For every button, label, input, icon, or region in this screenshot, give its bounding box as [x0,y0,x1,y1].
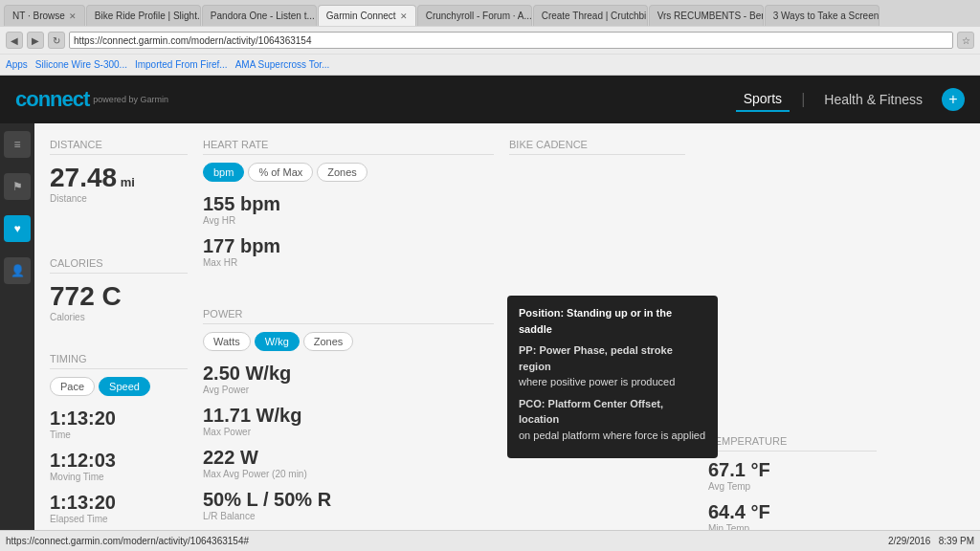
bookmark-1[interactable]: Silicone Wire S-300... [35,59,127,70]
tab-1[interactable]: NT · Browse✕ [4,5,85,26]
hr-pct-btn[interactable]: % of Max [248,163,313,182]
power-zones-btn[interactable]: Zones [303,332,354,351]
power-watts-btn[interactable]: Watts [203,332,251,351]
power-avg-label: Avg Power [203,385,494,395]
elapsed-time-label: Elapsed Time [50,514,188,524]
moving-time-label: Moving Time [50,472,188,482]
tooltip-pco: PCO: Platform Center Offset, location on… [519,396,706,444]
min-temp-value: 64.4 °F [708,501,877,523]
hr-max-label: Max HR [203,257,494,268]
timing-btn-group: Pace Speed [50,377,188,396]
calories-section: Calories 772 C Calories [50,257,203,338]
status-time: 2/29/2016 8:39 PM [888,536,974,546]
hr-label: Heart Rate [203,139,494,155]
power-max-avg-value: 222 W [203,447,494,469]
time-row: 1:13:20 Time [50,408,188,440]
elapsed-time-row: 1:13:20 Elapsed Time [50,492,188,524]
nav-sports[interactable]: Sports [736,87,790,112]
heart-rate-section: Heart Rate bpm % of Max Zones 155 bpm Av… [203,139,509,293]
tooltip-pp: PP: Power Phase, pedal stroke region whe… [519,342,706,390]
power-max-row: 11.71 W/kg Max Power [203,405,494,437]
nav-divider: | [801,91,805,108]
timing-speed-btn[interactable]: Speed [99,377,150,396]
logo-subtitle: powered by Garmin [93,95,168,104]
time-label: Time [50,430,188,440]
tab-7[interactable]: Vrs RECUMBENTS - BentRid...✕ [649,5,764,26]
forward-button[interactable]: ▶ [27,32,44,49]
avg-temp-value: 67.1 °F [708,459,877,481]
timing-pace-btn[interactable]: Pace [50,377,95,396]
tab-6[interactable]: Create Thread | Crutchbi...✕ [533,5,648,26]
bookmark-3[interactable]: AMA Supercross Tor... [235,59,330,70]
middle-column: Heart Rate bpm % of Max Zones 155 bpm Av… [203,139,509,551]
distance-label: Distance [50,139,188,155]
hr-btn-group: bpm % of Max Zones [203,163,494,182]
add-button[interactable]: + [942,88,965,111]
timing-label: Timing [50,353,188,369]
main-layout: ≡ ⚑ ♥ 👤 Distance 27.48 mi Distance Calor… [0,123,980,551]
power-btn-group: Watts W/kg Zones [203,332,494,351]
calories-label: Calories [50,257,188,274]
power-balance-label: L/R Balance [203,511,494,521]
tab-8[interactable]: 3 Ways to Take a Screen...✕ [765,5,880,26]
nav-health[interactable]: Health & Fitness [816,88,930,111]
hr-avg-label: Avg HR [203,215,494,226]
header-right: Sports | Health & Fitness + [736,87,965,112]
address-bar-row: ◀ ▶ ↻ https://connect.garmin.com/modern/… [0,27,980,54]
power-max-label: Max Power [203,427,494,437]
tab-3[interactable]: Pandora One - Listen t...✕ [202,5,317,26]
calories-sublabel: Calories [50,312,188,322]
moving-time-value: 1:12:03 [50,450,188,472]
left-column: Distance 27.48 mi Distance Calories 772 … [50,139,203,551]
hr-max-row: 177 bpm Max HR [203,235,494,268]
avg-temp-row: 67.1 °F Avg Temp [708,459,877,492]
sidebar-menu-icon[interactable]: ≡ [4,131,31,158]
distance-unit: mi [117,175,135,189]
power-avg-value: 2.50 W/kg [203,363,494,385]
tab-5[interactable]: Crunchyroll - Forum · A...✕ [417,5,532,26]
sidebar-user-icon[interactable]: 👤 [4,257,31,284]
min-temp-row: 64.4 °F Min Temp [708,501,877,534]
address-input[interactable]: https://connect.garmin.com/modern/activi… [69,32,953,49]
hr-bpm-btn[interactable]: bpm [203,163,244,182]
bike-cadence-section: Bike Cadence [509,139,701,207]
app-logo: connect [15,87,89,112]
power-max-avg-row: 222 W Max Avg Power (20 min) [203,447,494,479]
power-wkg-btn[interactable]: W/kg [255,332,300,351]
distance-sublabel: Distance [50,193,188,204]
bookmark-2[interactable]: Imported From Firef... [135,59,228,70]
hr-avg-row: 155 bpm Avg HR [203,193,494,226]
status-url: https://connect.garmin.com/modern/activi… [6,536,249,546]
calories-value: 772 C [50,281,188,312]
bookmark-apps[interactable]: Apps [6,59,28,70]
hr-zones-btn[interactable]: Zones [317,163,368,182]
pco-tooltip: Position: Standing up or in the saddle P… [507,296,718,458]
distance-value: 27.48 mi [50,163,188,193]
bike-cadence-label: Bike Cadence [509,139,685,155]
refresh-button[interactable]: ↻ [48,32,65,49]
distance-section: Distance 27.48 mi Distance [50,139,203,219]
avg-temp-label: Avg Temp [708,481,877,492]
moving-time-row: 1:12:03 Moving Time [50,450,188,482]
temperature-label: Temperature [708,435,877,452]
tab-4[interactable]: Garmin Connect✕ [318,5,416,26]
bookmarks-bar: Apps Silicone Wire S-300... Imported Fro… [0,54,980,75]
bookmark-button[interactable]: ☆ [957,32,974,49]
timing-section: Timing Pace Speed 1:13:20 Time 1:12:03 M… [50,353,203,551]
sidebar-flag-icon[interactable]: ⚑ [4,173,31,200]
time-value: 1:13:20 [50,408,188,430]
power-label: Power [203,308,494,324]
status-bar: https://connect.garmin.com/modern/activi… [0,530,980,551]
app-header: connect powered by Garmin Sports | Healt… [0,76,980,123]
hr-avg-value: 155 bpm [203,193,494,215]
tab-2[interactable]: Bike Ride Profile | Slight...✕ [86,5,201,26]
tab-bar: NT · Browse✕ Bike Ride Profile | Slight.… [0,0,980,27]
sidebar: ≡ ⚑ ♥ 👤 [0,123,34,551]
elapsed-time-value: 1:13:20 [50,492,188,514]
power-avg-row: 2.50 W/kg Avg Power [203,363,494,395]
back-button[interactable]: ◀ [6,32,23,49]
sidebar-heart-icon[interactable]: ♥ [4,215,31,242]
power-balance-value: 50% L / 50% R [203,489,494,511]
browser-chrome: NT · Browse✕ Bike Ride Profile | Slight.… [0,0,980,76]
temperature-column: Temperature 67.1 °F Avg Temp 64.4 °F Min… [701,139,892,551]
